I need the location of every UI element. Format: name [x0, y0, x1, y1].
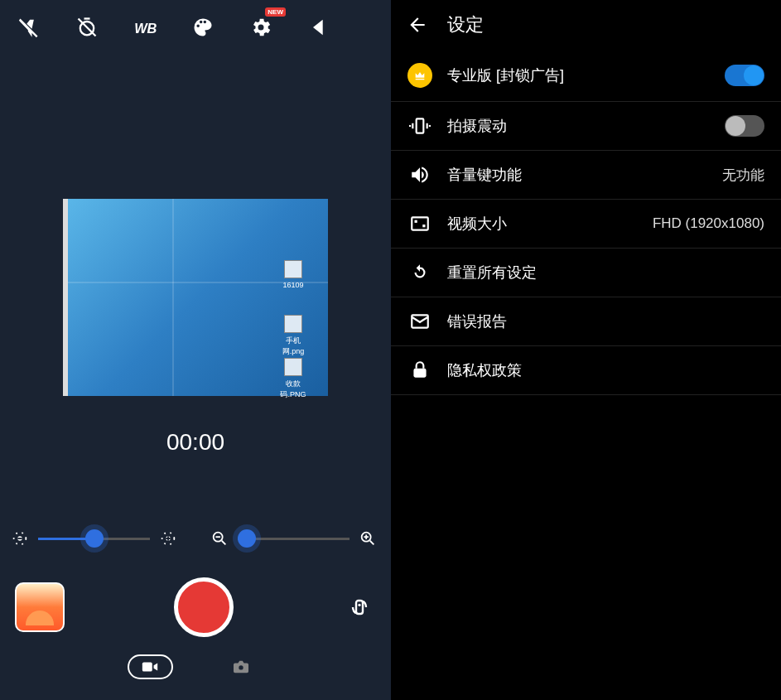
- settings-screen: 设定 专业版 [封锁广告] 拍摄震动 音量键功能 无功能 视频大小 FHD (1…: [391, 0, 781, 700]
- resolution-icon: [407, 213, 432, 234]
- pro-toggle[interactable]: [725, 65, 764, 86]
- flash-off-button[interactable]: [12, 11, 46, 44]
- setting-label: 拍摄震动: [447, 116, 710, 136]
- lock-icon: [407, 360, 432, 381]
- switch-camera-button[interactable]: [343, 591, 376, 624]
- camera-toolbar: WB NEW: [0, 0, 391, 54]
- setting-label: 重置所有设定: [447, 263, 764, 282]
- preview-desktop-icon: 16109: [277, 260, 310, 289]
- video-mode-button[interactable]: [128, 654, 173, 679]
- svg-text:WB: WB: [134, 21, 157, 36]
- svg-line-13: [370, 541, 374, 545]
- gallery-button[interactable]: [15, 582, 65, 632]
- sliders: [0, 518, 391, 559]
- setting-value: FHD (1920x1080): [653, 215, 764, 232]
- zoom-out-icon[interactable]: [210, 529, 229, 548]
- setting-report[interactable]: 错误报告: [391, 297, 781, 346]
- svg-rect-2: [84, 17, 90, 19]
- svg-rect-16: [356, 601, 363, 614]
- setting-label: 错误报告: [447, 311, 764, 331]
- svg-rect-20: [417, 118, 424, 133]
- mail-icon: [407, 311, 432, 332]
- bottom-controls: [0, 559, 391, 654]
- svg-rect-18: [142, 663, 152, 672]
- svg-rect-6: [17, 538, 22, 539]
- white-balance-button[interactable]: WB: [128, 11, 162, 44]
- collapse-arrow-button[interactable]: [302, 11, 335, 44]
- crown-icon: [407, 63, 432, 88]
- brightness-slider[interactable]: [38, 526, 150, 551]
- setting-label: 视频大小: [447, 214, 638, 234]
- setting-pro[interactable]: 专业版 [封锁广告]: [391, 50, 781, 102]
- svg-line-10: [222, 541, 226, 545]
- refresh-icon: [407, 262, 432, 283]
- vibration-icon: [407, 115, 432, 137]
- brightness-up-icon[interactable]: [158, 529, 178, 548]
- setting-vibration[interactable]: 拍摄震动: [391, 102, 781, 151]
- camera-screen: WB NEW 16109 手机网.png 收款码.PNG 00:00: [0, 0, 391, 700]
- camera-preview[interactable]: 16109 手机网.png 收款码.PNG: [63, 199, 328, 396]
- zoom-slider[interactable]: [238, 526, 350, 551]
- settings-header: 设定: [391, 0, 781, 50]
- new-badge: NEW: [265, 7, 286, 17]
- svg-rect-28: [413, 369, 426, 378]
- svg-rect-27: [422, 224, 425, 227]
- svg-rect-25: [412, 217, 428, 229]
- record-button[interactable]: [174, 577, 234, 637]
- setting-label: 音量键功能: [447, 165, 707, 185]
- svg-rect-26: [415, 220, 417, 223]
- brightness-down-icon[interactable]: [10, 529, 30, 548]
- preview-area: 16109 手机网.png 收款码.PNG 00:00: [0, 54, 391, 518]
- settings-button[interactable]: NEW: [244, 11, 277, 44]
- setting-value: 无功能: [722, 166, 764, 185]
- palette-button[interactable]: [186, 11, 219, 44]
- setting-label: 专业版 [封锁广告]: [447, 65, 710, 85]
- vibration-toggle[interactable]: [725, 115, 764, 137]
- preview-desktop-icon: 手机网.png: [277, 315, 310, 357]
- speaker-icon: [407, 164, 432, 186]
- setting-video-size[interactable]: 视频大小 FHD (1920x1080): [391, 200, 781, 249]
- timer-off-button[interactable]: [70, 11, 104, 44]
- back-button[interactable]: [406, 13, 429, 36]
- setting-volume[interactable]: 音量键功能 无功能: [391, 151, 781, 200]
- mode-switcher: [0, 654, 391, 700]
- settings-title: 设定: [447, 12, 484, 37]
- zoom-in-icon[interactable]: [358, 529, 378, 548]
- svg-point-17: [358, 603, 360, 606]
- preview-desktop-icon: 收款码.PNG: [277, 358, 310, 400]
- setting-privacy[interactable]: 隐私权政策: [391, 346, 781, 395]
- svg-point-19: [239, 665, 243, 669]
- photo-mode-button[interactable]: [219, 654, 264, 679]
- setting-label: 隐私权政策: [447, 360, 764, 380]
- recording-timer: 00:00: [166, 429, 224, 456]
- setting-reset[interactable]: 重置所有设定: [391, 249, 781, 297]
